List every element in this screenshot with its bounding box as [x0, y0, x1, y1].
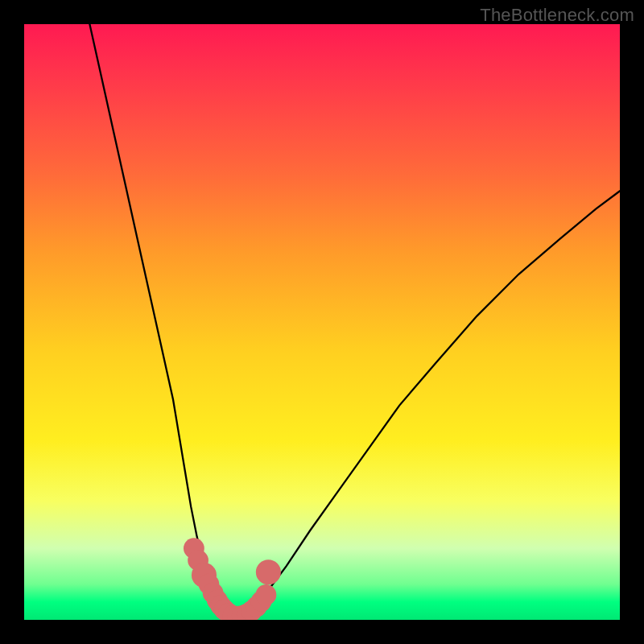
marker-group	[184, 538, 281, 620]
curve-right-curve	[233, 191, 620, 617]
plot-svg	[24, 24, 620, 620]
curve-group	[89, 24, 620, 617]
chart-frame: TheBottleneck.com	[0, 0, 644, 644]
red-dot	[256, 559, 281, 584]
curve-left-curve	[89, 24, 233, 617]
red-dot	[256, 584, 277, 605]
watermark-text: TheBottleneck.com	[480, 5, 634, 26]
